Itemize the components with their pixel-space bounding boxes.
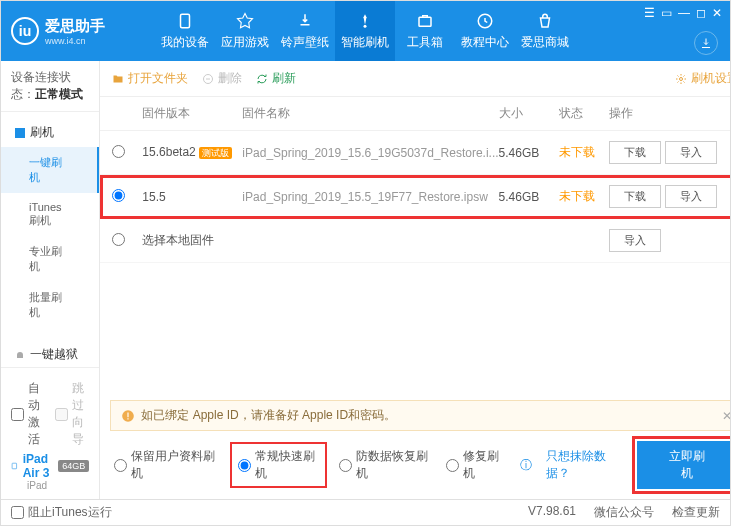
warning-icon [121,409,135,423]
import-local-button[interactable]: 导入 [609,229,661,252]
menu-head-flash[interactable]: 刷机 [1,118,99,147]
version-label: V7.98.61 [528,504,576,521]
refresh-button[interactable]: 刷新 [256,70,296,87]
col-ops: 操作 [609,105,731,122]
close-warning-icon[interactable]: ✕ [722,409,731,423]
firmware-radio[interactable] [112,189,125,202]
nav-tab-2[interactable]: 铃声壁纸 [275,1,335,61]
menu-icon: ☰ [644,6,655,20]
svg-rect-2 [419,17,431,26]
opt-normal-flash[interactable]: 常规快速刷机 [232,444,326,486]
gear-icon [675,73,687,85]
nav-tab-1[interactable]: 应用游戏 [215,1,275,61]
download-button[interactable]: 下载 [609,185,661,208]
menu-item[interactable]: 一键刷机 [1,147,99,193]
flash-now-button[interactable]: 立即刷机 [637,441,731,489]
svg-rect-7 [12,463,16,469]
minimize-icon: — [678,6,690,20]
nav-tab-3[interactable]: 智能刷机 [335,1,395,61]
skip-guide-checkbox[interactable]: 跳过向导 [55,376,89,452]
erase-only-link[interactable]: 只想抹除数据？ [546,448,623,482]
col-version: 固件版本 [142,105,242,122]
menu-head-jailbreak[interactable]: 一键越狱 [1,340,99,367]
appleid-warning: 如已绑定 Apple ID，请准备好 Apple ID和密码。 ✕ [110,400,731,431]
download-circle-icon[interactable] [694,31,718,55]
wechat-link[interactable]: 微信公众号 [594,504,654,521]
svg-point-1 [364,24,367,27]
close-icon: ✕ [712,6,722,20]
menu-item[interactable]: iTunes刷机 [1,193,99,236]
firmware-row[interactable]: 15.6beta2测试版iPad_Spring_2019_15.6_19G503… [100,131,731,175]
connection-status: 设备连接状态：正常模式 [1,61,99,112]
local-firmware-label: 选择本地固件 [142,232,608,249]
col-name: 固件名称 [242,105,498,122]
block-itunes-checkbox[interactable]: 阻止iTunes运行 [11,500,112,525]
nav-tab-6[interactable]: 爱思商城 [515,1,575,61]
open-folder-button[interactable]: 打开文件夹 [112,70,188,87]
opt-keep-data[interactable]: 保留用户资料刷机 [114,448,218,482]
firmware-row[interactable]: 15.5iPad_Spring_2019_15.5_19F77_Restore.… [100,175,731,219]
app-logo: iu [11,17,39,45]
check-update-link[interactable]: 检查更新 [672,504,720,521]
local-firmware-radio[interactable] [112,233,125,246]
menu-item[interactable]: 专业刷机 [1,236,99,282]
nav-tab-5[interactable]: 教程中心 [455,1,515,61]
col-status: 状态 [559,105,609,122]
import-button[interactable]: 导入 [665,141,717,164]
window-controls[interactable]: ☰▭—◻✕ [644,6,722,20]
download-button[interactable]: 下载 [609,141,661,164]
col-size: 大小 [499,105,559,122]
svg-rect-0 [181,14,190,28]
maximize-icon: ◻ [696,6,706,20]
device-name[interactable]: iPad Air 3 64GB [11,452,89,480]
auto-activate-checkbox[interactable]: 自动激活 [11,376,45,452]
firmware-radio[interactable] [112,145,125,158]
opt-repair-flash[interactable]: 修复刷机 [446,448,506,482]
flash-settings-button[interactable]: 刷机设置 [675,70,731,87]
device-type: iPad [11,480,89,491]
settings-icon: ▭ [661,6,672,20]
opt-anti-recovery[interactable]: 防数据恢复刷机 [339,448,432,482]
menu-item[interactable]: 批量刷机 [1,282,99,328]
import-button[interactable]: 导入 [665,185,717,208]
tablet-icon [11,460,18,472]
brand-name: 爱思助手 [45,17,105,36]
nav-tab-4[interactable]: 工具箱 [395,1,455,61]
brand-sub: www.i4.cn [45,36,105,46]
nav-tab-0[interactable]: 我的设备 [155,1,215,61]
delete-button: 删除 [202,70,242,87]
svg-point-9 [679,77,682,80]
storage-badge: 64GB [58,460,89,472]
